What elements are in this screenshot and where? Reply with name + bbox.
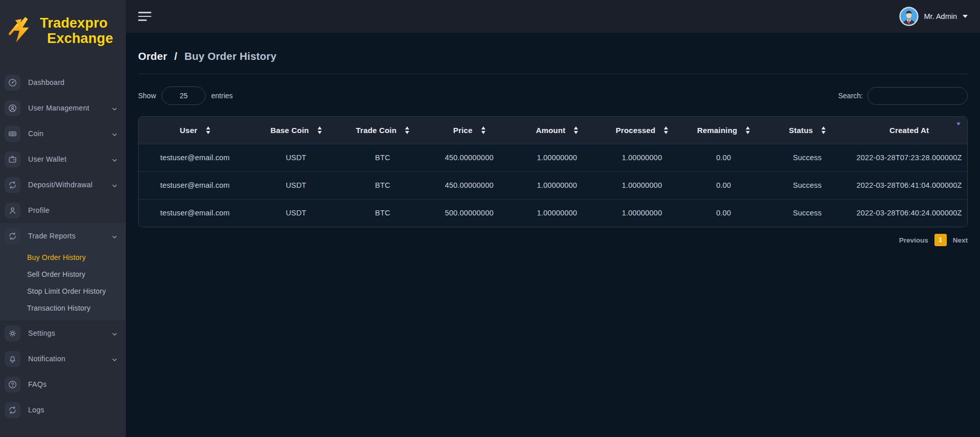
- submenu-item-transaction-history[interactable]: Transaction History: [0, 299, 126, 316]
- sidebar-item-user-wallet[interactable]: User Wallet: [0, 146, 126, 172]
- column-label: Trade Coin: [356, 126, 397, 135]
- table-header-row: User Base Coin Trade Coin Price Amount P…: [139, 117, 967, 144]
- column-header-user[interactable]: User: [139, 117, 251, 144]
- question-circle-icon: [5, 377, 20, 392]
- sidebar-item-trade-reports[interactable]: Trade Reports: [0, 223, 126, 249]
- chevron-down-icon: [112, 130, 118, 137]
- column-label: Processed: [616, 126, 656, 135]
- pagination: Previous 1 Next: [138, 234, 968, 246]
- cell-price: 450.00000000: [425, 171, 514, 199]
- cell-base-coin: USDT: [251, 199, 341, 227]
- sidebar-item-deposit-withdrawal[interactable]: Deposit/Withdrawal: [0, 172, 126, 198]
- cell-amount: 1.00000000: [514, 199, 600, 227]
- cell-price: 450.00000000: [425, 144, 514, 171]
- cell-base-coin: USDT: [251, 144, 341, 171]
- sort-icon: [405, 126, 409, 134]
- column-header-amount[interactable]: Amount: [514, 117, 600, 144]
- search-input[interactable]: [867, 87, 968, 105]
- submenu-item-sell-order-history[interactable]: Sell Order History: [0, 266, 126, 282]
- cell-amount: 1.00000000: [514, 144, 600, 171]
- sync-arrows-icon: [5, 402, 20, 418]
- cell-trade-coin: BTC: [341, 199, 425, 227]
- current-page-button[interactable]: 1: [934, 234, 947, 246]
- bell-icon: [5, 351, 20, 367]
- banknote-icon: [5, 126, 20, 142]
- sort-icon: [574, 126, 578, 134]
- column-header-status[interactable]: Status: [763, 117, 851, 144]
- column-label: Amount: [536, 126, 566, 135]
- brand-name-line2: Exchange: [40, 31, 113, 46]
- sidebar-toggle-button[interactable]: [136, 10, 153, 23]
- submenu-item-stop-limit-order-history[interactable]: Stop Limit Order History: [0, 282, 126, 299]
- sidebar-nav: Dashboard User Management Coin: [0, 70, 126, 437]
- user-circle-icon: [5, 100, 20, 116]
- chevron-down-icon: [963, 15, 968, 18]
- main-area: Mr. Admin Order / Buy Order History Show…: [126, 0, 980, 437]
- previous-page-button[interactable]: Previous: [899, 236, 928, 244]
- sidebar-item-label: User Wallet: [28, 155, 112, 163]
- column-header-created-at[interactable]: Created At: [851, 117, 967, 144]
- brand-logo[interactable]: Tradexpro Exchange: [0, 0, 126, 70]
- show-label: Show: [138, 92, 156, 100]
- column-label: Remaining: [697, 126, 737, 135]
- sidebar-item-logs[interactable]: Logs: [0, 397, 126, 423]
- cell-created-at: 2022-03-28T06:40:24.000000Z: [851, 199, 967, 227]
- topbar: Mr. Admin: [126, 0, 980, 33]
- column-header-processed[interactable]: Processed: [600, 117, 684, 144]
- sidebar-item-user-management[interactable]: User Management: [0, 95, 126, 121]
- brand-name-line1: Tradexpro: [40, 15, 113, 31]
- sync-arrows-icon: [5, 177, 20, 193]
- cell-remaining: 0.00: [684, 144, 764, 171]
- cell-trade-coin: BTC: [341, 171, 425, 199]
- sidebar: Tradexpro Exchange Dashboard User Manage…: [0, 0, 126, 437]
- column-header-price[interactable]: Price: [425, 117, 514, 144]
- sidebar-item-label: Notification: [28, 355, 112, 363]
- cell-price: 500.00000000: [425, 199, 514, 227]
- column-header-trade-coin[interactable]: Trade Coin: [341, 117, 425, 144]
- sidebar-item-label: Settings: [28, 329, 112, 337]
- gear-icon: [5, 325, 20, 341]
- table-row: testuser@email.com USDT BTC 450.00000000…: [139, 171, 967, 199]
- sidebar-item-coin[interactable]: Coin: [0, 121, 126, 146]
- column-label: Created At: [889, 126, 929, 135]
- column-label: Base Coin: [271, 126, 309, 135]
- cell-processed: 1.00000000: [600, 199, 684, 227]
- sort-icon: [206, 126, 210, 134]
- column-header-base-coin[interactable]: Base Coin: [251, 117, 341, 144]
- sidebar-item-label: Logs: [28, 406, 118, 414]
- sidebar-item-label: FAQs: [28, 380, 118, 388]
- submenu-item-buy-order-history[interactable]: Buy Order History: [0, 249, 126, 266]
- table-controls: Show 25 entries Search:: [138, 86, 968, 105]
- cell-trade-coin: BTC: [341, 144, 425, 171]
- cell-amount: 1.00000000: [514, 171, 600, 199]
- table-row: testuser@email.com USDT BTC 450.00000000…: [139, 144, 967, 171]
- page-size-select[interactable]: 25: [162, 86, 206, 105]
- column-header-remaining[interactable]: Remaining: [684, 117, 764, 144]
- status-badge: Success: [763, 144, 851, 171]
- user-menu[interactable]: Mr. Admin: [899, 7, 968, 26]
- sidebar-item-label: Trade Reports: [28, 232, 112, 240]
- sort-icon: [746, 126, 750, 134]
- sidebar-item-notification[interactable]: Notification: [0, 346, 126, 372]
- brand-name: Tradexpro Exchange: [40, 15, 113, 46]
- app-window: Tradexpro Exchange Dashboard User Manage…: [0, 0, 980, 437]
- cell-processed: 1.00000000: [600, 171, 684, 199]
- column-label: Status: [789, 126, 813, 135]
- next-page-button[interactable]: Next: [953, 236, 968, 244]
- status-badge: Success: [763, 171, 851, 199]
- breadcrumb-separator: /: [174, 50, 177, 62]
- column-label: User: [180, 126, 197, 135]
- sidebar-item-profile[interactable]: Profile: [0, 198, 126, 223]
- sort-icon: [664, 126, 668, 134]
- entries-label: entries: [211, 92, 233, 100]
- trade-reports-group: Trade Reports Buy Order History Sell Ord…: [0, 223, 126, 320]
- sidebar-item-faqs[interactable]: FAQs: [0, 372, 126, 397]
- page-size-control: Show 25 entries: [138, 86, 233, 105]
- sidebar-item-dashboard[interactable]: Dashboard: [0, 70, 126, 95]
- cell-processed: 1.00000000: [600, 144, 684, 171]
- sync-arrows-icon: [5, 228, 20, 244]
- sidebar-item-settings[interactable]: Settings: [0, 320, 126, 346]
- sidebar-item-label: Coin: [28, 129, 112, 138]
- chevron-down-icon: [112, 330, 118, 336]
- person-icon: [5, 203, 20, 218]
